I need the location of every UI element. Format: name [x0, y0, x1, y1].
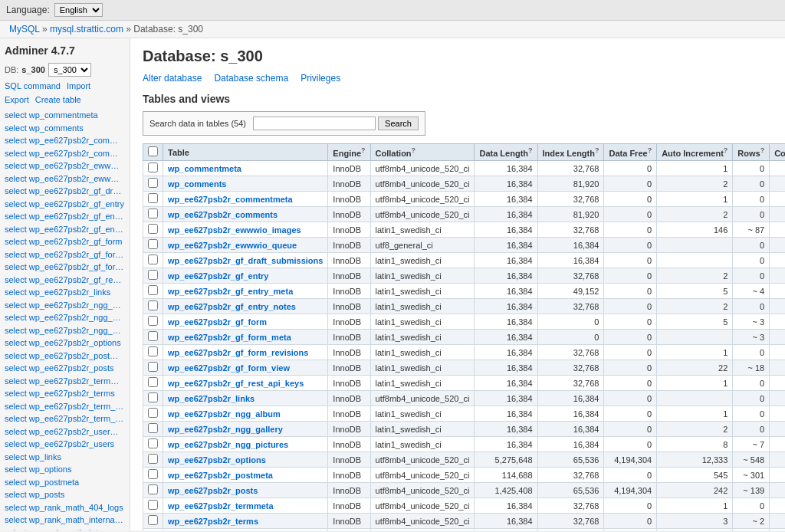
row-checkbox[interactable]	[143, 268, 163, 284]
th-collation[interactable]: Collation?	[370, 144, 475, 161]
row-checkbox[interactable]	[143, 192, 163, 207]
nav-link[interactable]: select wp_ee627psb2r_comments	[5, 147, 125, 160]
nav-link[interactable]: select wp_ee627psb2r_gf_entry_me	[5, 210, 125, 223]
table-link[interactable]: wp_ee627psb2r_gf_rest_api_keys	[168, 379, 304, 388]
table-link[interactable]: wp_ee627psb2r_gf_form_meta	[168, 333, 291, 342]
row-checkbox[interactable]	[143, 376, 163, 391]
row-checkbox[interactable]	[143, 161, 163, 176]
row-checkbox[interactable]	[143, 299, 163, 314]
nav-link[interactable]: select wp_commentmeta	[5, 109, 125, 122]
nav-link[interactable]: select wp_postmeta	[5, 476, 125, 489]
nav-link[interactable]: select wp_posts	[5, 488, 125, 501]
nav-link[interactable]: select wp_ee627psb2r_usermeta	[5, 425, 125, 438]
nav-link[interactable]: select wp_ee627psb2r_ngg_gallery	[5, 311, 125, 324]
row-checkbox[interactable]	[143, 498, 163, 514]
table-link[interactable]: wp_ee627psb2r_ewwwio_images	[168, 225, 301, 235]
row-checkbox[interactable]	[143, 314, 163, 330]
search-input[interactable]	[253, 117, 376, 130]
row-checkbox[interactable]	[143, 345, 163, 360]
th-data-free[interactable]: Data Free?	[604, 144, 657, 161]
nav-link[interactable]: select wp_comments	[5, 122, 125, 135]
row-checkbox[interactable]	[143, 360, 163, 376]
table-link[interactable]: wp_ee627psb2r_gf_form_revisions	[168, 348, 308, 357]
row-checkbox[interactable]	[143, 529, 163, 531]
nav-link[interactable]: select wp_ee627psb2r_term_relatio	[5, 400, 125, 413]
nav-link[interactable]: select wp_options	[5, 463, 125, 476]
nav-link[interactable]: select wp_ee627psb2r_options	[5, 337, 125, 350]
breadcrumb-mysql[interactable]: MySQL	[9, 24, 40, 34]
nav-link[interactable]: select wp_ee627psb2r_termmeta	[5, 375, 125, 388]
th-data-length[interactable]: Data Length?	[475, 144, 537, 161]
table-link[interactable]: wp_ee627psb2r_ngg_gallery	[168, 425, 283, 434]
row-checkbox[interactable]	[143, 330, 163, 345]
nav-link[interactable]: select wp_rank_math_internal_links	[5, 514, 125, 527]
breadcrumb-host[interactable]: mysql.strattic.com	[50, 24, 123, 34]
nav-link[interactable]: select wp_ee627psb2r_posts	[5, 362, 125, 375]
row-checkbox[interactable]	[143, 222, 163, 238]
import-link[interactable]: Import	[67, 81, 90, 90]
nav-link[interactable]: select wp_ee627psb2r_commentme	[5, 134, 125, 147]
table-link[interactable]: wp_ee627psb2r_postmeta	[168, 471, 273, 480]
top-link[interactable]: Privileges	[301, 73, 340, 84]
table-link[interactable]: wp_ee627psb2r_termmeta	[168, 501, 274, 511]
row-checkbox[interactable]	[143, 452, 163, 468]
table-link[interactable]: wp_ee627psb2r_comments	[168, 210, 278, 219]
nav-link[interactable]: select wp_ee627psb2r_ngg_album	[5, 299, 125, 312]
nav-link[interactable]: select wp_ee627psb2r_gf_form_rev	[5, 261, 125, 274]
table-link[interactable]: wp_ee627psb2r_gf_form_view	[168, 363, 290, 373]
nav-link[interactable]: select wp_ee627psb2r_ewwwio_ima	[5, 159, 125, 172]
nav-link[interactable]: select wp_ee627psb2r_ngg_picture	[5, 324, 125, 337]
nav-link[interactable]: select wp_rank_math_404_logs	[5, 501, 125, 514]
select-all-checkbox[interactable]	[148, 146, 158, 156]
th-auto-increment[interactable]: Auto Increment?	[657, 144, 733, 161]
table-link[interactable]: wp_ee627psb2r_ewwwio_queue	[168, 241, 297, 250]
top-link[interactable]: Alter database	[143, 73, 202, 84]
row-checkbox[interactable]	[143, 238, 163, 253]
nav-link[interactable]: select wp_links	[5, 451, 125, 464]
th-comment[interactable]: Comment?	[770, 144, 785, 161]
th-index-length[interactable]: Index Length?	[537, 144, 604, 161]
table-link[interactable]: wp_ee627psb2r_posts	[168, 486, 258, 495]
nav-link[interactable]: select wp_ee627psb2r_gf_rest_api_	[5, 274, 125, 287]
nav-link[interactable]: select wp_ee627psb2r_term_taxon	[5, 412, 125, 425]
row-checkbox[interactable]	[143, 176, 163, 192]
row-checkbox[interactable]	[143, 284, 163, 299]
nav-link[interactable]: select wp_ee627psb2r_terms	[5, 387, 125, 400]
top-link[interactable]: Database schema	[214, 73, 288, 84]
nav-link[interactable]: select wp_ee627psb2r_gf_draft_su	[5, 185, 125, 198]
nav-link[interactable]: select wp_ee627psb2r_gf_entry_no	[5, 223, 125, 236]
db-select[interactable]: s_300	[48, 63, 91, 77]
nav-link[interactable]: select wp_rank_math_internal_met	[5, 527, 125, 531]
table-link[interactable]: wp_ee627psb2r_gf_draft_submissions	[168, 256, 323, 265]
search-button[interactable]: Search	[378, 117, 419, 130]
row-checkbox[interactable]	[143, 437, 163, 452]
table-link[interactable]: wp_ee627psb2r_terms	[168, 517, 258, 526]
nav-link[interactable]: select wp_ee627psb2r_postmeta	[5, 350, 125, 363]
table-link[interactable]: wp_ee627psb2r_commentmeta	[168, 195, 293, 204]
table-link[interactable]: wp_ee627psb2r_ngg_pictures	[168, 440, 288, 449]
export-link[interactable]: Export	[5, 95, 29, 104]
table-link[interactable]: wp_commentmeta	[168, 164, 241, 173]
nav-link[interactable]: select wp_ee627psb2r_links	[5, 286, 125, 299]
nav-link[interactable]: select wp_ee627psb2r_ewwwio_qu	[5, 172, 125, 186]
table-link[interactable]: wp_ee627psb2r_options	[168, 455, 266, 465]
row-checkbox[interactable]	[143, 514, 163, 529]
table-link[interactable]: wp_ee627psb2r_gf_entry	[168, 271, 268, 281]
nav-link[interactable]: select wp_ee627psb2r_gf_form_me	[5, 248, 125, 261]
th-rows[interactable]: Rows?	[733, 144, 770, 161]
table-link[interactable]: wp_ee627psb2r_gf_entry_notes	[168, 302, 296, 311]
nav-link[interactable]: select wp_ee627psb2r_gf_form	[5, 235, 125, 248]
row-checkbox[interactable]	[143, 253, 163, 268]
table-link[interactable]: wp_ee627psb2r_links	[168, 394, 255, 403]
row-checkbox[interactable]	[143, 207, 163, 222]
table-link[interactable]: wp_comments	[168, 179, 226, 189]
row-checkbox[interactable]	[143, 468, 163, 483]
nav-link[interactable]: select wp_ee627psb2r_users	[5, 438, 125, 451]
create-table-link[interactable]: Create table	[35, 95, 81, 104]
nav-link[interactable]: select wp_ee627psb2r_gf_entry	[5, 198, 125, 211]
row-checkbox[interactable]	[143, 391, 163, 406]
language-select[interactable]: English	[54, 3, 103, 17]
sql-command-link[interactable]: SQL command	[5, 81, 61, 90]
row-checkbox[interactable]	[143, 422, 163, 437]
row-checkbox[interactable]	[143, 406, 163, 422]
